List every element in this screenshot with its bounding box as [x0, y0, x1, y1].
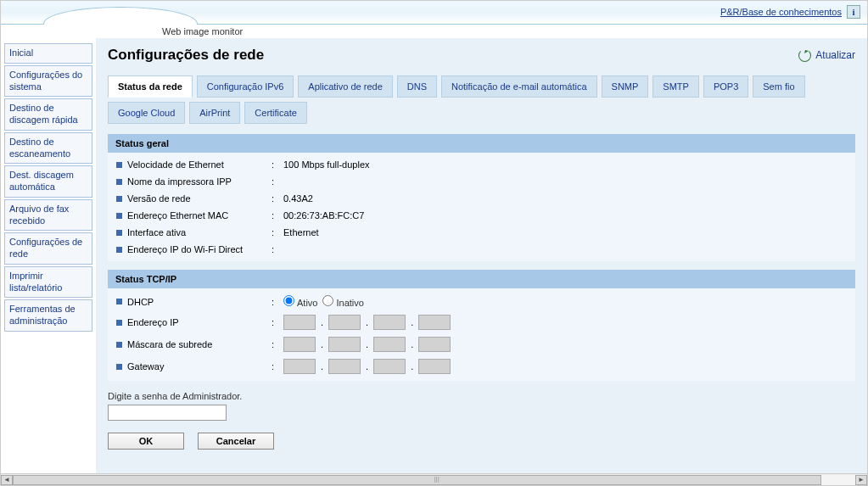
info-icon[interactable]: i: [847, 5, 860, 19]
bullet-icon: [116, 247, 122, 253]
tab-ipv6[interactable]: Configuração IPv6: [197, 75, 294, 98]
content-area: Configurações de rede Atualizar Status d…: [96, 38, 867, 473]
row-wifidirect-ip: Endereço IP do Wi-Fi Direct :: [108, 241, 855, 258]
bullet-icon: [116, 162, 122, 168]
row-ip: Endereço IP : . . .: [108, 311, 855, 333]
tab-email[interactable]: Notificação de e-mail automática: [441, 75, 597, 98]
tabs: Status da rede Configuração IPv6 Aplicat…: [108, 75, 855, 124]
scroll-right-arrow[interactable]: ►: [855, 475, 867, 485]
mask-oct-2[interactable]: [328, 337, 361, 352]
sidebar-item-config-rede[interactable]: Configurações de rede: [4, 232, 92, 265]
sidebar-item-fax-recebido[interactable]: Arquivo de fax recebido: [4, 199, 92, 232]
mask-oct-1[interactable]: [283, 337, 316, 352]
tab-status-rede[interactable]: Status da rede: [108, 75, 193, 98]
value-active-if: Ethernet: [283, 227, 319, 237]
radio-dhcp-on-input[interactable]: [283, 295, 294, 306]
row-ipp-name: Nome da impressora IPP :: [108, 173, 855, 190]
page-title: Configurações de rede: [108, 47, 264, 64]
tab-dns[interactable]: DNS: [397, 75, 437, 98]
tab-airprint[interactable]: AirPrint: [189, 102, 240, 124]
brand-text: Web image monitor: [162, 26, 243, 36]
scroll-left-arrow[interactable]: ◄: [1, 475, 13, 485]
ip-oct-2[interactable]: [328, 315, 361, 330]
sidebar: Inicial Configurações do sistema Destino…: [1, 38, 96, 473]
ip-oct-1[interactable]: [283, 315, 316, 330]
mask-oct-3[interactable]: [373, 337, 406, 352]
gw-oct-1[interactable]: [283, 359, 316, 374]
sidebar-item-inicial[interactable]: Inicial: [4, 43, 92, 64]
row-mac: Endereço Ethernet MAC : 00:26:73:AB:FC:C…: [108, 207, 855, 224]
sidebar-item-config-sistema[interactable]: Configurações do sistema: [4, 65, 92, 98]
admin-password-label: Digite a senha de Administrador.: [108, 391, 855, 401]
label-eth-speed: Velocidade de Ethernet: [127, 159, 272, 170]
section-general-heading: Status geral: [108, 134, 855, 153]
row-net-version: Versão de rede : 0.43A2: [108, 190, 855, 207]
ip-oct-3[interactable]: [373, 315, 406, 330]
bullet-icon: [116, 213, 122, 219]
admin-password-input[interactable]: [108, 405, 227, 421]
radio-dhcp-off[interactable]: Inativo: [322, 295, 363, 308]
sidebar-item-discagem-auto[interactable]: Dest. discagem automática: [4, 165, 92, 198]
ok-button[interactable]: OK: [108, 433, 184, 450]
row-gateway: Gateway : . . .: [108, 355, 855, 377]
scroll-track[interactable]: |||: [13, 475, 855, 485]
radio-dhcp-on[interactable]: Ativo: [283, 295, 317, 308]
radio-dhcp-off-input[interactable]: [322, 295, 333, 306]
gw-oct-2[interactable]: [328, 359, 361, 374]
bullet-icon: [116, 320, 122, 326]
sidebar-item-imprimir[interactable]: Imprimir lista/relatório: [4, 266, 92, 299]
bullet-icon: [116, 299, 122, 304]
label-mac: Endereço Ethernet MAC: [127, 210, 272, 221]
bullet-icon: [116, 179, 122, 185]
tab-aplicativo[interactable]: Aplicativo de rede: [298, 75, 392, 98]
value-version: 0.43A2: [283, 193, 313, 204]
sidebar-item-discagem-rapida[interactable]: Destino de discagem rápida: [4, 98, 92, 131]
gw-oct-4[interactable]: [418, 359, 451, 374]
horizontal-scrollbar[interactable]: ◄ ||| ►: [1, 473, 867, 485]
tab-google[interactable]: Google Cloud: [108, 102, 185, 124]
bullet-icon: [116, 196, 122, 202]
value-eth-speed: 100 Mbps full-duplex: [283, 159, 370, 170]
bullet-icon: [116, 342, 122, 348]
kb-link[interactable]: P&R/Base de conhecimentos: [720, 7, 842, 17]
label-ipp: Nome da impressora IPP: [127, 176, 272, 187]
label-dhcp: DHCP: [127, 297, 272, 307]
value-mac: 00:26:73:AB:FC:C7: [283, 210, 364, 221]
bullet-icon: [116, 364, 122, 370]
row-active-if: Interface ativa : Ethernet: [108, 224, 855, 241]
label-active-if: Interface ativa: [127, 227, 272, 237]
ip-oct-4[interactable]: [418, 315, 451, 330]
section-general: Status geral Velocidade de Ethernet : 10…: [108, 134, 855, 261]
bullet-icon: [116, 230, 122, 236]
label-mask: Máscara de subrede: [127, 339, 272, 349]
label-version: Versão de rede: [127, 193, 272, 204]
row-ethernet-speed: Velocidade de Ethernet : 100 Mbps full-d…: [108, 156, 855, 173]
label-wifidirect: Endereço IP do Wi-Fi Direct: [127, 244, 272, 254]
tab-smtp[interactable]: SMTP: [652, 75, 699, 98]
sidebar-item-admin[interactable]: Ferramentas de administração: [4, 299, 92, 332]
tab-certificate[interactable]: Certificate: [244, 102, 307, 124]
gw-oct-3[interactable]: [373, 359, 406, 374]
cancel-button[interactable]: Cancelar: [198, 433, 274, 450]
section-tcpip: Status TCP/IP DHCP : Ativo Inativo Ender…: [108, 270, 855, 381]
section-tcpip-heading: Status TCP/IP: [108, 270, 855, 288]
scroll-thumb[interactable]: [13, 475, 821, 485]
tab-snmp[interactable]: SNMP: [602, 75, 649, 98]
refresh-button[interactable]: Atualizar: [798, 49, 855, 62]
refresh-icon: [798, 49, 811, 62]
refresh-label: Atualizar: [815, 49, 855, 61]
tab-pop3[interactable]: POP3: [703, 75, 748, 98]
row-mask: Máscara de subrede : . . .: [108, 333, 855, 355]
row-dhcp: DHCP : Ativo Inativo: [108, 292, 855, 311]
label-ip: Endereço IP: [127, 317, 272, 327]
sidebar-item-escaneamento[interactable]: Destino de escaneamento: [4, 132, 92, 165]
tab-semfio[interactable]: Sem fio: [753, 75, 804, 98]
mask-oct-4[interactable]: [418, 337, 451, 352]
label-gateway: Gateway: [127, 361, 272, 371]
